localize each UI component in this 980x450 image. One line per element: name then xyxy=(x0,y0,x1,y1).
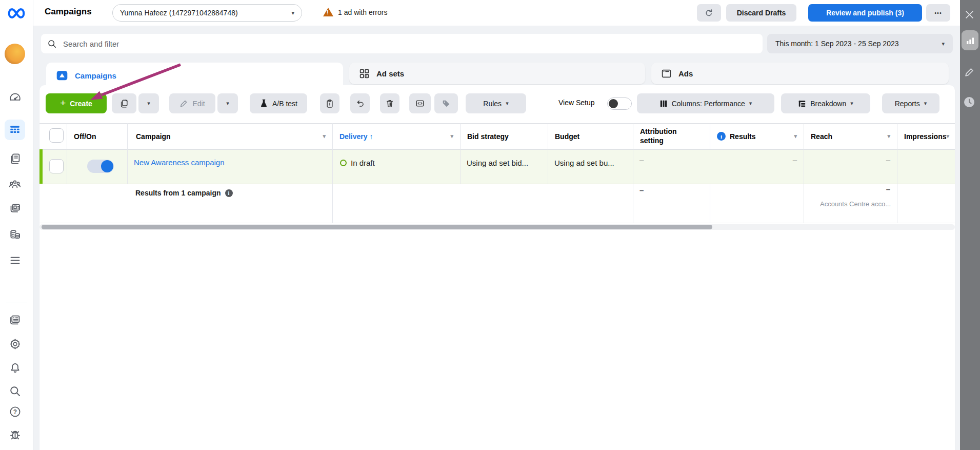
refresh-button[interactable] xyxy=(697,4,721,22)
info-icon: i xyxy=(717,132,726,141)
column-header-attribution[interactable]: Attribution setting xyxy=(633,123,710,149)
delete-button[interactable] xyxy=(380,93,399,113)
select-all-checkbox[interactable] xyxy=(49,128,64,143)
account-selector[interactable]: Yumna Hafeez (1472971042884748) ▾ xyxy=(112,4,302,22)
page-title: Campaigns xyxy=(45,7,92,17)
left-sidebar xyxy=(0,0,33,450)
summary-reach-note: Accounts Centre acco... xyxy=(804,200,891,208)
tag-icon xyxy=(442,99,451,108)
search-bar[interactable] xyxy=(41,34,763,53)
gauge-icon xyxy=(9,91,22,104)
tab-campaigns[interactable]: Campaigns xyxy=(46,63,343,88)
chevron-down-icon: ▾ xyxy=(794,133,797,139)
rules-button[interactable]: Rules ▾ xyxy=(466,93,526,113)
charts-rail-button[interactable] xyxy=(962,30,978,50)
sidebar-item-report-bug[interactable] xyxy=(9,428,22,441)
undo-button[interactable] xyxy=(350,93,370,113)
edit-rail-button[interactable] xyxy=(964,67,975,77)
columns-label: Columns: Performance xyxy=(672,100,745,108)
tab-ads-label: Ads xyxy=(678,69,693,78)
chevron-down-icon: ▾ xyxy=(924,101,927,106)
edit-button-label: Edit xyxy=(192,100,205,108)
sidebar-item-pages[interactable] xyxy=(9,152,22,165)
search-input[interactable] xyxy=(62,39,756,49)
clipboard-button[interactable] xyxy=(320,93,339,113)
reach-cell: – xyxy=(804,155,897,164)
tab-ads[interactable]: Ads xyxy=(651,63,949,84)
history-rail-button[interactable] xyxy=(964,96,975,108)
summary-label: Results from 1 campaign i xyxy=(135,189,233,197)
edit-dropdown-button[interactable]: ▾ xyxy=(217,93,238,113)
col-divider xyxy=(127,123,128,184)
clipboard-icon xyxy=(326,99,334,108)
account-selector-label: Yumna Hafeez (1472971042884748) xyxy=(120,9,238,17)
plus-icon: + xyxy=(60,98,66,108)
duplicate-button[interactable] xyxy=(112,93,136,113)
ad-sets-grid-icon xyxy=(358,68,370,80)
reports-button[interactable]: Reports ▾ xyxy=(882,93,939,113)
column-header-results[interactable]: i Results ▾ xyxy=(710,123,804,149)
create-button-label: Create xyxy=(70,100,92,108)
summary-bottom-border xyxy=(39,223,955,223)
close-icon[interactable] xyxy=(965,10,974,19)
sidebar-item-settings[interactable] xyxy=(9,338,22,350)
sidebar-item-overview[interactable] xyxy=(9,91,22,104)
sidebar-item-updates[interactable] xyxy=(9,314,22,326)
rules-label: Rules xyxy=(483,100,502,108)
campaign-on-toggle[interactable] xyxy=(87,160,114,173)
create-button[interactable]: + Create xyxy=(46,93,107,113)
help-icon: ? xyxy=(9,405,22,418)
sidebar-item-audiences[interactable] xyxy=(8,178,22,191)
toggle-knob xyxy=(609,99,618,108)
row-checkbox[interactable] xyxy=(49,159,64,173)
row-bottom-border xyxy=(39,184,955,184)
sidebar-item-billing[interactable] xyxy=(9,228,22,241)
tab-campaigns-label: Campaigns xyxy=(75,71,116,80)
table-header-bottom-border xyxy=(39,149,955,150)
draft-status-icon xyxy=(340,160,347,166)
meta-logo[interactable] xyxy=(7,6,26,21)
chevron-down-icon: ▾ xyxy=(946,133,949,139)
tag-button[interactable] xyxy=(434,93,458,113)
sidebar-item-all-tools[interactable] xyxy=(9,254,22,267)
sidebar-item-search[interactable] xyxy=(9,385,22,398)
column-header-bid-strategy[interactable]: Bid strategy xyxy=(460,123,548,149)
review-and-publish-button[interactable]: Review and publish (3) xyxy=(808,4,922,22)
columns-button[interactable]: Columns: Performance ▾ xyxy=(637,93,774,113)
export-button[interactable] xyxy=(409,93,431,113)
date-range-selector[interactable]: This month: 1 Sep 2023 - 25 Sep 2023 ▾ xyxy=(767,34,953,53)
newspaper-icon xyxy=(9,314,22,326)
sidebar-item-notifications[interactable] xyxy=(9,362,22,375)
errors-warning-text: 1 ad with errors xyxy=(338,8,387,16)
column-header-reach[interactable]: Reach ▾ xyxy=(804,123,897,149)
horizontal-scrollbar-thumb[interactable] xyxy=(42,225,712,229)
tab-ad-sets[interactable]: Ad sets xyxy=(349,63,645,84)
campaign-name-link[interactable]: New Awareness campaign xyxy=(134,158,224,167)
coins-icon xyxy=(9,228,22,241)
discard-drafts-button[interactable]: Discard Drafts xyxy=(726,4,796,22)
column-header-campaign[interactable]: Campaign ▾ xyxy=(127,123,332,149)
chevron-down-icon: ▾ xyxy=(291,10,294,16)
edit-button[interactable]: Edit xyxy=(169,93,215,113)
chevron-down-icon: ▾ xyxy=(887,133,890,139)
view-setup-toggle[interactable] xyxy=(607,97,632,110)
search-icon xyxy=(47,39,57,49)
column-header-delivery[interactable]: Delivery ↑ ▾ xyxy=(332,123,460,149)
date-range-label: This month: 1 Sep 2023 - 25 Sep 2023 xyxy=(775,40,899,48)
campaigns-table-icon xyxy=(9,124,21,136)
breakdown-button[interactable]: Breakdown ▾ xyxy=(781,93,870,113)
sidebar-item-ads-reporting[interactable] xyxy=(9,202,22,214)
avatar[interactable] xyxy=(5,44,25,64)
col-divider xyxy=(460,123,461,184)
sidebar-item-help[interactable]: ? xyxy=(9,405,22,418)
more-options-button[interactable]: ••• xyxy=(926,4,950,22)
duplicate-dropdown-button[interactable]: ▾ xyxy=(138,93,159,113)
people-icon xyxy=(8,178,22,191)
chevron-down-icon: ▾ xyxy=(147,101,150,106)
column-header-budget[interactable]: Budget xyxy=(548,123,633,149)
column-header-impressions[interactable]: Impressions ▾ xyxy=(897,123,955,149)
ab-test-label: A/B test xyxy=(272,100,297,108)
ab-test-button[interactable]: A/B test xyxy=(250,93,307,113)
column-header-off-on[interactable]: Off/On xyxy=(67,123,127,149)
sidebar-item-ads-manager[interactable] xyxy=(5,120,25,140)
